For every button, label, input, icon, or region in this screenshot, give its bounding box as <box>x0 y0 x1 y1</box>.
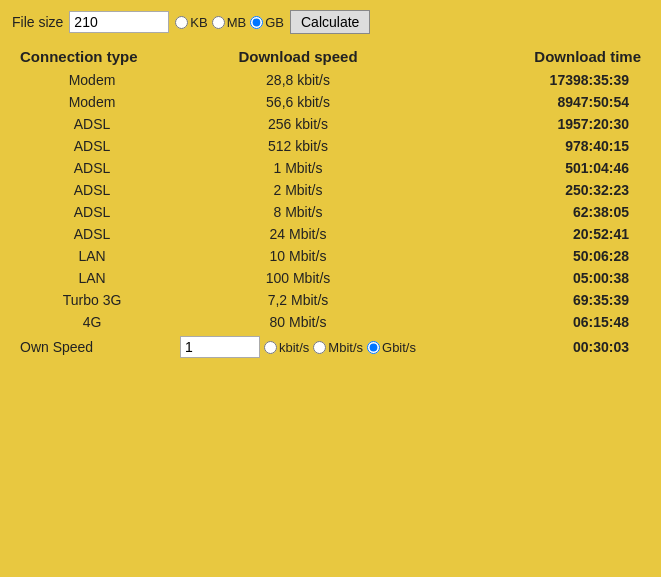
own-speed-label-cell: Own Speed <box>12 333 172 361</box>
cell-time: 1957:20:30 <box>424 113 649 135</box>
cell-connection: Modem <box>12 91 172 113</box>
cell-speed: 512 kbit/s <box>172 135 424 157</box>
own-speed-row: Own Speedkbit/sMbit/sGbit/s00:30:03 <box>12 333 649 361</box>
unit-gb-text: GB <box>265 15 284 30</box>
cell-speed: 10 Mbit/s <box>172 245 424 267</box>
cell-connection: LAN <box>12 245 172 267</box>
cell-time: 8947:50:54 <box>424 91 649 113</box>
cell-time: 501:04:46 <box>424 157 649 179</box>
cell-connection: 4G <box>12 311 172 333</box>
cell-speed: 2 Mbit/s <box>172 179 424 201</box>
cell-speed: 7,2 Mbit/s <box>172 289 424 311</box>
unit-mb-radio[interactable] <box>212 16 225 29</box>
cell-speed: 56,6 kbit/s <box>172 91 424 113</box>
own-speed-unit-radio[interactable] <box>313 341 326 354</box>
own-speed-unit-text: kbit/s <box>279 340 309 355</box>
own-speed-unit-radio[interactable] <box>264 341 277 354</box>
file-size-label: File size <box>12 14 63 30</box>
cell-speed: 24 Mbit/s <box>172 223 424 245</box>
table-row: ADSL256 kbit/s1957:20:30 <box>12 113 649 135</box>
own-speed-time-cell: 00:30:03 <box>424 333 649 361</box>
cell-speed: 80 Mbit/s <box>172 311 424 333</box>
cell-speed: 256 kbit/s <box>172 113 424 135</box>
table-row: ADSL8 Mbit/s62:38:05 <box>12 201 649 223</box>
unit-gb-label[interactable]: GB <box>250 15 284 30</box>
cell-time: 250:32:23 <box>424 179 649 201</box>
unit-radio-group: KB MB GB <box>175 15 284 30</box>
table-row: Turbo 3G7,2 Mbit/s69:35:39 <box>12 289 649 311</box>
unit-kb-text: KB <box>190 15 207 30</box>
col-download-speed: Download speed <box>172 44 424 69</box>
cell-time: 62:38:05 <box>424 201 649 223</box>
table-row: Modem56,6 kbit/s8947:50:54 <box>12 91 649 113</box>
table-row: ADSL512 kbit/s978:40:15 <box>12 135 649 157</box>
cell-connection: LAN <box>12 267 172 289</box>
download-table: Connection type Download speed Download … <box>12 44 649 361</box>
own-speed-unit-label[interactable]: Gbit/s <box>367 340 416 355</box>
cell-connection: ADSL <box>12 113 172 135</box>
col-download-time: Download time <box>424 44 649 69</box>
cell-connection: Modem <box>12 69 172 91</box>
unit-kb-label[interactable]: KB <box>175 15 207 30</box>
cell-connection: ADSL <box>12 201 172 223</box>
cell-time: 69:35:39 <box>424 289 649 311</box>
own-speed-unit-label[interactable]: kbit/s <box>264 340 309 355</box>
cell-time: 06:15:48 <box>424 311 649 333</box>
own-speed-controls-cell: kbit/sMbit/sGbit/s <box>172 333 424 361</box>
cell-connection: ADSL <box>12 223 172 245</box>
unit-kb-radio[interactable] <box>175 16 188 29</box>
col-connection-type: Connection type <box>12 44 172 69</box>
cell-time: 978:40:15 <box>424 135 649 157</box>
own-speed-unit-text: Gbit/s <box>382 340 416 355</box>
table-row: LAN10 Mbit/s50:06:28 <box>12 245 649 267</box>
top-bar: File size KB MB GB Calculate <box>12 10 649 34</box>
table-row: 4G80 Mbit/s06:15:48 <box>12 311 649 333</box>
cell-speed: 8 Mbit/s <box>172 201 424 223</box>
cell-connection: ADSL <box>12 179 172 201</box>
unit-gb-radio[interactable] <box>250 16 263 29</box>
cell-connection: ADSL <box>12 157 172 179</box>
calculate-button[interactable]: Calculate <box>290 10 370 34</box>
cell-speed: 1 Mbit/s <box>172 157 424 179</box>
cell-connection: Turbo 3G <box>12 289 172 311</box>
own-speed-unit-text: Mbit/s <box>328 340 363 355</box>
table-row: ADSL1 Mbit/s501:04:46 <box>12 157 649 179</box>
own-speed-unit-radio[interactable] <box>367 341 380 354</box>
cell-time: 50:06:28 <box>424 245 649 267</box>
cell-speed: 100 Mbit/s <box>172 267 424 289</box>
cell-time: 17398:35:39 <box>424 69 649 91</box>
cell-speed: 28,8 kbit/s <box>172 69 424 91</box>
table-row: ADSL2 Mbit/s250:32:23 <box>12 179 649 201</box>
unit-mb-text: MB <box>227 15 247 30</box>
unit-mb-label[interactable]: MB <box>212 15 247 30</box>
cell-connection: ADSL <box>12 135 172 157</box>
own-speed-input[interactable] <box>180 336 260 358</box>
table-row: ADSL24 Mbit/s20:52:41 <box>12 223 649 245</box>
table-row: LAN100 Mbit/s05:00:38 <box>12 267 649 289</box>
table-row: Modem28,8 kbit/s17398:35:39 <box>12 69 649 91</box>
cell-time: 20:52:41 <box>424 223 649 245</box>
own-speed-cell-inner: kbit/sMbit/sGbit/s <box>180 336 416 358</box>
file-size-input[interactable] <box>69 11 169 33</box>
table-header-row: Connection type Download speed Download … <box>12 44 649 69</box>
own-speed-unit-label[interactable]: Mbit/s <box>313 340 363 355</box>
cell-time: 05:00:38 <box>424 267 649 289</box>
